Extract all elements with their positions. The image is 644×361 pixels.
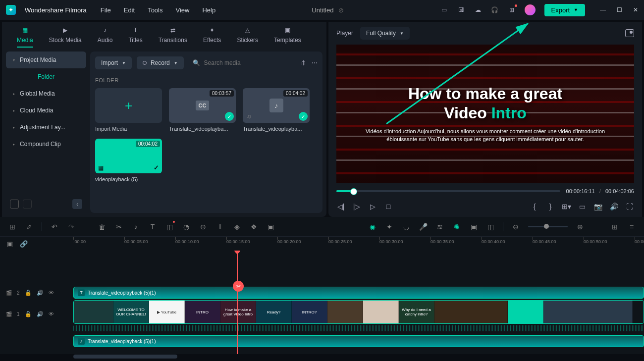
user-avatar[interactable]	[525, 4, 536, 15]
ai-icon[interactable]: ◉	[368, 223, 377, 231]
preview-viewport[interactable]: How to make a greatVideo Intro Vidéos d'…	[336, 45, 634, 183]
group-icon[interactable]: ▣	[266, 223, 275, 231]
import-dropdown[interactable]: Import▼	[95, 56, 132, 69]
keyframe-icon[interactable]: ◈	[232, 223, 241, 231]
menu-edit[interactable]: Edit	[124, 6, 135, 14]
ruler-track[interactable]: :00:0000:00:05:0000:00:10:0000:00:15:000…	[73, 237, 644, 251]
video-clip[interactable]	[327, 301, 363, 323]
export-button[interactable]: Export ▼	[544, 4, 586, 16]
speed-icon[interactable]: ⊙	[199, 223, 208, 231]
headphones-icon[interactable]: 🎧	[491, 6, 499, 14]
tab-effects[interactable]: ✦Effects	[203, 26, 221, 48]
view-grid-icon[interactable]: ⊞	[610, 223, 619, 231]
layout-icon[interactable]: ⊞▾	[562, 202, 571, 211]
video-clip[interactable]	[543, 301, 633, 323]
video-clip[interactable]: Ready?	[256, 301, 292, 323]
mask-icon[interactable]: ❖	[249, 223, 258, 231]
tab-audio[interactable]: ♪Audio	[98, 26, 113, 48]
cursor-icon[interactable]: ⬀	[25, 223, 34, 231]
music-icon[interactable]: ♪	[131, 223, 140, 231]
tab-media[interactable]: ▦Media	[17, 26, 33, 48]
save-icon[interactable]: 🖫	[457, 6, 465, 14]
play-icon[interactable]: ▷	[368, 202, 377, 211]
sidebar-folder[interactable]: Folder	[6, 68, 86, 85]
video-clip[interactable]: ▶ YouTube	[149, 301, 185, 323]
voiceover-icon[interactable]: 🎤	[419, 223, 428, 231]
audio-clip[interactable]: ♪ Translate_videoplayback (5)(1)	[73, 335, 644, 347]
tab-stickers[interactable]: △Stickers	[237, 26, 258, 48]
tab-stock-media[interactable]: ▶Stock Media	[49, 26, 82, 48]
cloud-icon[interactable]: ☁	[474, 6, 482, 14]
link-icon[interactable]: 🔗	[20, 240, 28, 248]
media-item[interactable]: 00:04:02▦✓ videoplayback (5)	[95, 139, 162, 182]
import-media-tile[interactable]: + Import Media	[95, 88, 162, 132]
undo-icon[interactable]: ↶	[50, 223, 59, 231]
maximize-button[interactable]: ☐	[617, 6, 622, 13]
tab-titles[interactable]: TTitles	[128, 26, 142, 48]
cut-marker[interactable]: ✂	[233, 281, 244, 292]
record-dropdown[interactable]: Record▼	[137, 56, 184, 69]
sidebar-global-media[interactable]: ▸Global Media	[6, 85, 86, 102]
minimize-button[interactable]: —	[600, 6, 606, 13]
sidebar-compound-clip[interactable]: ▸Compound Clip	[6, 136, 86, 153]
display-icon[interactable]: ▭	[440, 6, 448, 14]
snapshot-icon[interactable]	[625, 29, 634, 37]
cut-icon[interactable]: ✂	[114, 223, 123, 231]
tab-templates[interactable]: ▣Templates	[274, 26, 301, 48]
fullscreen-icon[interactable]: ⛶	[625, 202, 634, 211]
playhead[interactable]	[237, 251, 238, 354]
media-item[interactable]: 00:03:57CC✓ Translate_videoplayba...	[169, 88, 236, 132]
video-clip[interactable]: How to make a great Video Intro	[220, 301, 256, 323]
crop-icon[interactable]: ◫	[165, 223, 174, 231]
layout-icon[interactable]: ⊞	[8, 223, 17, 231]
menu-view[interactable]: View	[175, 6, 189, 14]
delete-icon[interactable]: 🗑	[98, 223, 107, 231]
menu-tools[interactable]: Tools	[148, 6, 162, 14]
zoom-out-icon[interactable]: ⊖	[511, 223, 520, 231]
zoom-slider[interactable]	[528, 226, 568, 227]
video-clip[interactable]: Why do I need a catchy intro?	[399, 301, 434, 323]
text-icon[interactable]: T	[148, 223, 157, 231]
video-clip[interactable]	[508, 301, 543, 323]
new-folder-icon[interactable]	[10, 200, 19, 208]
timeline-ruler[interactable]: ▣ 🔗 :00:0000:00:05:0000:00:10:0000:00:15…	[0, 237, 644, 251]
scrub-track[interactable]	[336, 190, 560, 192]
prev-frame-icon[interactable]: ◁|	[336, 202, 345, 211]
color-icon[interactable]: ◔	[182, 223, 191, 231]
search-input[interactable]	[204, 59, 292, 66]
horizontal-scrollbar[interactable]	[0, 354, 644, 359]
video-track[interactable]: WELCOME TO OUR CHANNEL!▶ YouTubeINTROHow…	[73, 300, 644, 324]
media-item[interactable]: 00:04:02♫♪✓ Translate_videoplayba...	[243, 88, 310, 132]
camera-icon[interactable]: 📷	[593, 202, 602, 211]
mark-in-icon[interactable]: {	[530, 202, 539, 211]
menu-help[interactable]: Help	[202, 6, 215, 14]
audio-waveform[interactable]	[73, 325, 644, 331]
video-clip[interactable]: WELCOME TO OUR CHANNEL!	[113, 301, 149, 323]
close-button[interactable]: ✕	[633, 6, 638, 13]
quality-dropdown[interactable]: Full Quality▼	[360, 27, 410, 40]
filter-icon[interactable]: ⫛	[301, 59, 307, 66]
render-icon[interactable]: ✺	[452, 223, 461, 231]
adjust-icon[interactable]: ⫴	[215, 222, 224, 231]
track-options-icon[interactable]: ≡	[627, 223, 636, 231]
video-clip[interactable]	[363, 301, 399, 323]
mixer-icon[interactable]: ≋	[435, 223, 444, 231]
tab-transitions[interactable]: ⇄Transitions	[159, 26, 187, 48]
apps-icon[interactable]: ⊞	[508, 6, 516, 14]
video-clip[interactable]: INTRO	[185, 301, 220, 323]
menu-file[interactable]: File	[101, 6, 111, 14]
video-clip[interactable]	[74, 301, 113, 323]
next-frame-icon[interactable]: |▷	[352, 202, 361, 211]
sidebar-adjustment-layer[interactable]: ▸Adjustment Lay...	[6, 119, 86, 136]
video-clip[interactable]: INTRO?	[292, 301, 327, 323]
fit-icon[interactable]: ▣	[7, 240, 13, 248]
redo-icon[interactable]: ↷	[67, 223, 76, 231]
mark-out-icon[interactable]: }	[546, 202, 555, 211]
more-icon[interactable]: ⋯	[312, 59, 318, 66]
subtitle-clip[interactable]: T Translate_videoplayback (5)(1)	[73, 287, 644, 299]
sidebar-cloud-media[interactable]: ▸Cloud Media	[6, 102, 86, 119]
enhance-icon[interactable]: ✦	[385, 223, 394, 231]
record-icon[interactable]: ▣	[469, 223, 478, 231]
stop-icon[interactable]: □	[384, 202, 393, 211]
sidebar-project-media[interactable]: ▾Project Media	[6, 52, 86, 68]
